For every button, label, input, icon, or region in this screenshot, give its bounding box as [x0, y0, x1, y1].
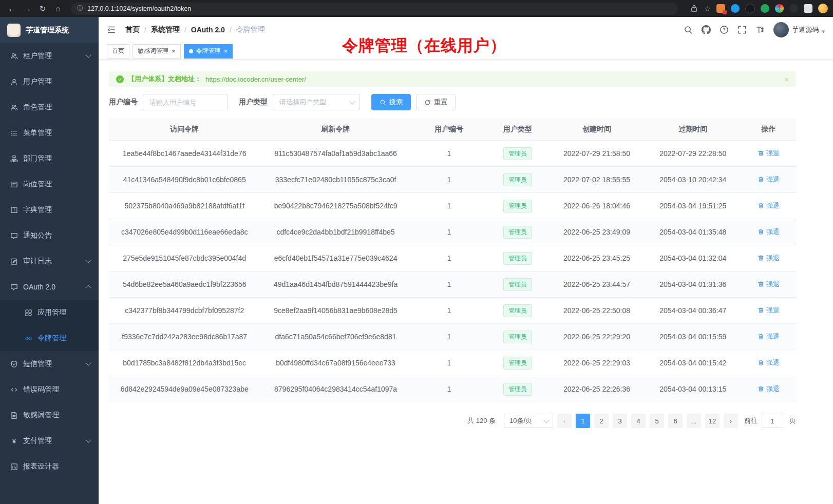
browser-back-icon[interactable]: ← [5, 4, 18, 13]
force-logout-button[interactable]: 强退 [758, 306, 780, 315]
sidebar-item-pay[interactable]: 支付管理 [0, 428, 99, 454]
sidebar-item-dict[interactable]: 字典管理 [0, 197, 99, 223]
address-bar[interactable]: ⓘ 127.0.0.1:1024/system/oauth2/token [71, 3, 678, 15]
id-card-icon [10, 181, 18, 188]
chevron-down-icon [85, 257, 91, 263]
tab-sensitive-word[interactable]: 敏感词管理 × [132, 44, 181, 59]
bookmark-star-icon[interactable]: ☆ [704, 5, 711, 13]
action-cell: 强退 [741, 272, 796, 298]
reset-button[interactable]: 重置 [416, 94, 456, 110]
expire-time-cell: 2054-03-04 01:31:36 [645, 272, 741, 298]
user-id-cell: 1 [411, 245, 487, 272]
sidebar-item-report-designer[interactable]: 报表设计器 [0, 454, 99, 479]
force-logout-button[interactable]: 强退 [758, 280, 780, 289]
page-button-5[interactable]: 5 [650, 414, 664, 428]
sidebar-item-role[interactable]: 角色管理 [0, 94, 99, 120]
access-token-cell: f9336e7c7dd242a283ee98dc86b17a87 [109, 324, 260, 350]
delete-icon [758, 385, 764, 392]
share-icon[interactable] [690, 5, 698, 12]
force-logout-button[interactable]: 强退 [758, 384, 780, 394]
sidebar-item-oauth2[interactable]: OAuth 2.0 [0, 274, 99, 300]
user-type-cell: 管理员 [487, 350, 548, 376]
next-page-button[interactable]: › [724, 414, 738, 428]
sidebar-item-oauth2-app[interactable]: 应用管理 [0, 300, 99, 325]
page-size-select[interactable]: 10条/页 [504, 414, 553, 428]
user-menu[interactable]: 芋道源码 ▾ [773, 22, 825, 37]
url-text: 127.0.0.1:1024/system/oauth2/token [87, 5, 191, 12]
close-icon[interactable]: × [784, 75, 789, 84]
sidebar-item-audit-log[interactable]: 审计日志 [0, 248, 99, 274]
browser-forward-icon[interactable]: → [21, 4, 34, 13]
user-type-select[interactable]: 请选择用户类型 [273, 94, 360, 110]
page-button-6[interactable]: 6 [668, 414, 683, 428]
sidebar-item-post[interactable]: 岗位管理 [0, 171, 99, 197]
extension-icon[interactable] [745, 4, 755, 13]
search-button[interactable]: 搜索 [371, 94, 411, 110]
breadcrumb-home[interactable]: 首页 [125, 25, 140, 34]
more-pages-button[interactable]: ... [687, 414, 701, 428]
doc-link[interactable]: https://doc.iocoder.cn/user-center/ [205, 75, 306, 83]
force-logout-button[interactable]: 强退 [758, 254, 780, 263]
force-logout-label: 强退 [766, 175, 780, 184]
user-id-cell: 1 [411, 324, 487, 350]
tab-token[interactable]: 令牌管理 × [184, 44, 233, 59]
extension-icon[interactable] [775, 4, 784, 13]
refresh-token-cell: be90422b8c7946218275a508bf524fc9 [260, 193, 411, 219]
goto-page-input[interactable] [762, 414, 783, 428]
extension-icon[interactable] [761, 4, 769, 13]
force-logout-button[interactable]: 强退 [758, 358, 780, 367]
page-button-1[interactable]: 1 [576, 414, 590, 428]
user-id-cell: 1 [411, 376, 487, 402]
github-icon[interactable] [702, 25, 711, 34]
extension-icon[interactable] [804, 4, 812, 13]
font-size-icon[interactable] [755, 25, 765, 34]
tab-home[interactable]: 首页 [107, 44, 129, 59]
close-icon[interactable]: × [172, 48, 176, 54]
sidebar-item-notice[interactable]: 通知公告 [0, 223, 99, 248]
sidebar-item-sensitive-word[interactable]: 敏感词管理 [0, 402, 99, 428]
delete-icon [758, 176, 764, 183]
browser-home-icon[interactable]: ⌂ [51, 4, 65, 13]
access-token-cell: 54d6be82ee5a460a9aedc1f9bf223656 [109, 272, 260, 298]
sidebar-item-label: 应用管理 [37, 308, 66, 317]
extension-icon[interactable] [716, 4, 725, 13]
extension-icon[interactable] [789, 4, 798, 13]
refresh-token-cell: 8796295f04064c2983414cc54af1097a [260, 376, 411, 402]
sidebar-collapse-button[interactable] [107, 25, 116, 34]
action-cell: 强退 [741, 298, 796, 324]
breadcrumb-system[interactable]: 系统管理 [151, 25, 180, 34]
sidebar-item-user[interactable]: 用户管理 [0, 69, 99, 94]
page-button-3[interactable]: 3 [613, 414, 627, 428]
browser-reload-icon[interactable]: ↻ [36, 4, 49, 13]
search-icon[interactable] [684, 25, 693, 34]
force-logout-button[interactable]: 强退 [758, 201, 780, 210]
browser-profile-avatar[interactable] [818, 4, 828, 13]
screen: ← → ↻ ⌂ ⓘ 127.0.0.1:1024/system/oauth2/t… [0, 0, 833, 504]
browser-toolbar: ← → ↻ ⌂ ⓘ 127.0.0.1:1024/system/oauth2/t… [0, 0, 833, 17]
prev-page-button[interactable]: ‹ [557, 414, 572, 428]
sidebar-item-menu[interactable]: 菜单管理 [0, 120, 99, 146]
fullscreen-icon[interactable] [737, 25, 747, 34]
force-logout-button[interactable]: 强退 [758, 149, 780, 158]
close-icon[interactable]: × [224, 48, 228, 54]
sidebar-item-sms[interactable]: 短信管理 [0, 351, 99, 377]
help-icon[interactable] [720, 25, 729, 34]
user-id-input[interactable] [143, 94, 228, 110]
page-button-12[interactable]: 12 [705, 414, 720, 428]
force-logout-button[interactable]: 强退 [758, 332, 780, 341]
page-button-4[interactable]: 4 [631, 414, 646, 428]
sidebar-item-tenant[interactable]: 租户管理 [0, 43, 99, 69]
extension-icon[interactable] [731, 4, 740, 13]
sidebar-item-oauth2-token[interactable]: 令牌管理 [0, 325, 99, 351]
breadcrumb-current: 令牌管理 [236, 25, 265, 34]
force-logout-button[interactable]: 强退 [758, 227, 780, 237]
sidebar-item-dept[interactable]: 部门管理 [0, 146, 99, 171]
page-button-2[interactable]: 2 [594, 414, 609, 428]
access-token-cell: c342377bf8b344799dcbf7bf095287f2 [109, 298, 260, 324]
breadcrumb-oauth2[interactable]: OAuth 2.0 [191, 26, 225, 34]
column-header-refresh-token: 刷新令牌 [260, 119, 411, 141]
sidebar-item-error-code[interactable]: 错误码管理 [0, 377, 99, 402]
site-info-icon[interactable]: ⓘ [77, 4, 83, 13]
force-logout-button[interactable]: 强退 [758, 175, 780, 184]
app-logo[interactable]: 芋道管理系统 [0, 17, 99, 43]
